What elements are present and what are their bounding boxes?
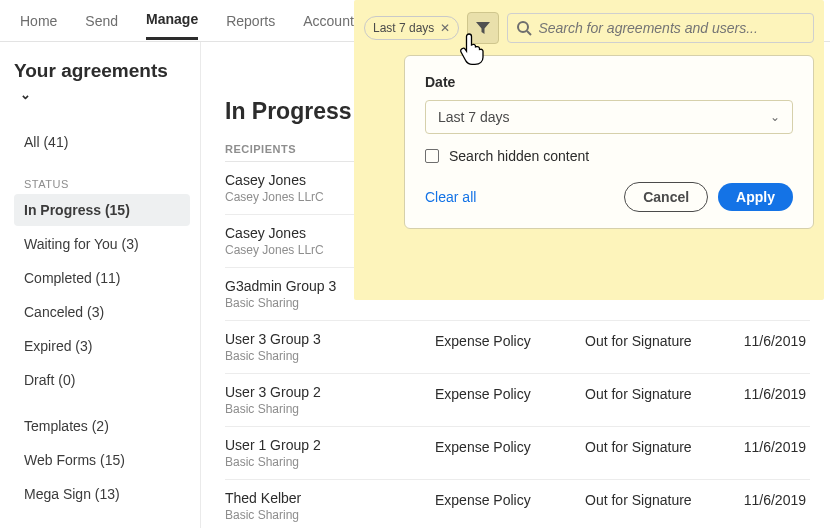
svg-point-0 <box>518 22 528 32</box>
filter-chip-label: Last 7 days <box>373 21 434 35</box>
agreement-status: Out for Signature <box>585 331 725 349</box>
nav-account[interactable]: Account <box>303 3 354 39</box>
agreement-title: Expense Policy <box>435 437 585 455</box>
sidebar-item-draft[interactable]: Draft (0) <box>14 364 190 396</box>
agreement-title: Expense Policy <box>435 490 585 508</box>
nav-home[interactable]: Home <box>20 3 57 39</box>
chevron-down-icon: ⌄ <box>770 110 780 124</box>
sidebar-title-text: Your agreements <box>14 60 168 81</box>
chevron-down-icon: ⌄ <box>20 87 31 102</box>
agreement-status: Out for Signature <box>585 384 725 402</box>
filter-chip-last-7-days[interactable]: Last 7 days ✕ <box>364 16 459 40</box>
sidebar-title[interactable]: Your agreements ⌄ <box>14 60 190 104</box>
svg-line-1 <box>527 31 531 35</box>
sidebar-item-all[interactable]: All (41) <box>14 126 190 158</box>
sidebar-item-templates[interactable]: Templates (2) <box>14 410 190 442</box>
search-hidden-label: Search hidden content <box>449 148 589 164</box>
sidebar-item-megasign[interactable]: Mega Sign (13) <box>14 478 190 510</box>
filter-popover: Date Last 7 days ⌄ Search hidden content… <box>404 55 814 229</box>
table-row[interactable]: User 3 Group 2Basic SharingExpense Polic… <box>225 374 810 427</box>
table-row[interactable]: User 1 Group 2Basic SharingExpense Polic… <box>225 427 810 480</box>
sidebar-item-in-progress[interactable]: In Progress (15) <box>14 194 190 226</box>
recipient-sub: Basic Sharing <box>225 349 435 363</box>
recipient-sub: Basic Sharing <box>225 455 435 469</box>
clear-all-link[interactable]: Clear all <box>425 189 476 205</box>
recipient-name: User 3 Group 3 <box>225 331 435 347</box>
recipient-name: User 3 Group 2 <box>225 384 435 400</box>
search-icon <box>516 20 532 36</box>
date-filter-select[interactable]: Last 7 days ⌄ <box>425 100 793 134</box>
agreement-title: Expense Policy <box>435 384 585 402</box>
search-input[interactable] <box>538 20 805 36</box>
table-row[interactable]: Thed KelberBasic SharingExpense PolicyOu… <box>225 480 810 528</box>
nav-reports[interactable]: Reports <box>226 3 275 39</box>
sidebar-item-expired[interactable]: Expired (3) <box>14 330 190 362</box>
search-field[interactable] <box>507 13 814 43</box>
sidebar-item-webforms[interactable]: Web Forms (15) <box>14 444 190 476</box>
sidebar-item-completed[interactable]: Completed (11) <box>14 262 190 294</box>
agreement-date: 11/6/2019 <box>725 384 810 402</box>
sidebar-item-canceled[interactable]: Canceled (3) <box>14 296 190 328</box>
recipient-sub: Basic Sharing <box>225 402 435 416</box>
close-icon[interactable]: ✕ <box>440 21 450 35</box>
recipient-name: Thed Kelber <box>225 490 435 506</box>
agreement-status: Out for Signature <box>585 490 725 508</box>
search-hidden-checkbox[interactable] <box>425 149 439 163</box>
nav-send[interactable]: Send <box>85 3 118 39</box>
search-bar: Last 7 days ✕ <box>364 12 814 44</box>
table-row[interactable]: User 3 Group 3Basic SharingExpense Polic… <box>225 321 810 374</box>
agreement-date: 11/6/2019 <box>725 331 810 349</box>
sidebar-status-label: STATUS <box>14 172 190 192</box>
agreement-date: 11/6/2019 <box>725 437 810 455</box>
nav-manage[interactable]: Manage <box>146 1 198 40</box>
filter-button[interactable] <box>467 12 499 44</box>
recipient-name: User 1 Group 2 <box>225 437 435 453</box>
sidebar-item-waiting[interactable]: Waiting for You (3) <box>14 228 190 260</box>
date-filter-value: Last 7 days <box>438 109 510 125</box>
filter-highlight-region: Last 7 days ✕ Date Last 7 days ⌄ Search … <box>354 0 824 300</box>
sidebar: Your agreements ⌄ All (41) STATUS In Pro… <box>0 42 200 528</box>
agreement-title: Expense Policy <box>435 331 585 349</box>
recipient-sub: Basic Sharing <box>225 508 435 522</box>
cancel-button[interactable]: Cancel <box>624 182 708 212</box>
agreement-status: Out for Signature <box>585 437 725 455</box>
funnel-icon <box>475 20 491 36</box>
date-filter-label: Date <box>425 74 793 90</box>
agreement-date: 11/6/2019 <box>725 490 810 508</box>
apply-button[interactable]: Apply <box>718 183 793 211</box>
